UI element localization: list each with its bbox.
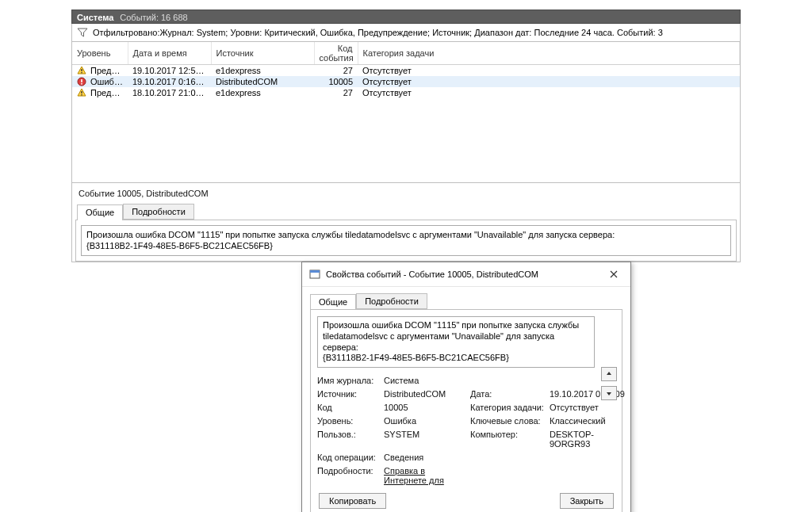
next-event-button[interactable] (601, 386, 617, 400)
val-user: SYSTEM (384, 430, 467, 449)
lbl-opcode: Код операции: (317, 453, 381, 462)
preview-content: Произошла ошибка DCOM "1115" при попытке… (75, 220, 737, 262)
col-date[interactable]: Дата и время (128, 42, 211, 65)
val-log: Система (384, 376, 467, 385)
table-row[interactable]: Предупреж…18.10.2017 21:05:23e1dexpress2… (72, 87, 740, 98)
close-button[interactable]: Закрыть (560, 493, 614, 509)
dialog-message: Произошла ошибка DCOM "1115" при попытке… (317, 316, 595, 368)
preview-tabs: Общие Подробности (72, 204, 740, 220)
val-moreinfo-link[interactable]: Справка в Интернете для (384, 466, 467, 485)
lbl-moreinfo: Подробности: (317, 466, 381, 485)
dialog-message-line1: Произошла ошибка DCOM "1115" при попытке… (323, 320, 589, 353)
dialog-close-button[interactable] (603, 266, 624, 282)
log-title: Система (77, 10, 113, 23)
val-code: 10005 (384, 403, 467, 412)
preview-title: Событие 10005, DistributedCOM (72, 186, 740, 201)
col-level[interactable]: Уровень (72, 42, 128, 65)
lbl-code: Код (317, 403, 381, 412)
svg-rect-4 (81, 83, 82, 85)
event-log-header: Система Событий: 16 688 (71, 10, 741, 24)
dialog-tab-general[interactable]: Общие (310, 294, 356, 310)
val-source: DistributedCOM (384, 389, 467, 399)
tab-general[interactable]: Общие (77, 204, 123, 220)
dialog-tab-details[interactable]: Подробности (356, 293, 427, 309)
preview-message: Произошла ошибка DCOM "1115" при попытке… (81, 225, 731, 256)
col-source[interactable]: Источник (211, 42, 314, 65)
preview-message-line1: Произошла ошибка DCOM "1115" при попытке… (86, 229, 726, 240)
lbl-computer: Компьютер: (470, 430, 546, 449)
lbl-source: Источник: (317, 389, 381, 399)
col-code[interactable]: Код события (314, 42, 358, 65)
filter-summary-bar: Отфильтровано:Журнал: System; Уровни: Кр… (71, 24, 741, 42)
prev-event-button[interactable] (601, 367, 617, 381)
svg-rect-8 (310, 270, 320, 273)
event-preview-pane: Событие 10005, DistributedCOM Общие Подр… (71, 183, 741, 262)
lbl-keywords: Ключевые слова: (470, 416, 546, 426)
val-level: Ошибка (384, 416, 467, 426)
dialog-title-text: Свойства событий - Событие 10005, Distri… (326, 269, 538, 279)
svg-rect-5 (81, 91, 82, 94)
lbl-user: Пользов.: (317, 430, 381, 449)
table-row[interactable]: Ошибка19.10.2017 0:16:09DistributedCOM10… (72, 76, 740, 87)
event-count: Событий: 16 688 (120, 10, 187, 23)
val-computer: DESKTOP-9ORGR93 (550, 430, 626, 449)
lbl-taskcat: Категория задачи: (470, 403, 546, 412)
lbl-log: Имя журнала: (317, 376, 381, 385)
lbl-date: Дата: (470, 389, 546, 399)
svg-rect-1 (81, 72, 82, 73)
tab-details[interactable]: Подробности (123, 204, 194, 220)
svg-rect-3 (81, 79, 82, 82)
dialog-content: Произошла ошибка DCOM "1115" при попытке… (310, 309, 622, 512)
table-header-row[interactable]: Уровень Дата и время Источник Код событи… (72, 42, 740, 65)
lbl-level: Уровень: (317, 416, 381, 426)
event-properties-dialog: Свойства событий - Событие 10005, Distri… (301, 262, 631, 512)
dialog-titlebar[interactable]: Свойства событий - Событие 10005, Distri… (302, 262, 630, 287)
val-opcode: Сведения (384, 453, 467, 462)
events-table[interactable]: Уровень Дата и время Источник Код событи… (71, 42, 741, 183)
dialog-icon (308, 268, 321, 281)
dialog-tabs: Общие Подробности (310, 293, 622, 309)
event-properties-grid: Имя журнала: Система Источник: Distribut… (317, 376, 615, 485)
col-category[interactable]: Категория задачи (358, 42, 740, 65)
val-keywords: Классический (550, 416, 626, 426)
filter-icon (77, 27, 88, 38)
svg-rect-0 (81, 69, 82, 71)
dialog-message-line2: {B31118B2-1F49-48E5-B6F5-BC21CAEC56FB} (323, 353, 589, 364)
val-taskcat: Отсутствует (550, 403, 626, 412)
preview-message-line2: {B31118B2-1F49-48E5-B6F5-BC21CAEC56FB} (86, 240, 726, 251)
copy-button[interactable]: Копировать (319, 493, 386, 509)
svg-rect-6 (81, 94, 82, 95)
table-row[interactable]: Предупреж…19.10.2017 12:59:55e1dexpress2… (72, 65, 740, 77)
filter-text: Отфильтровано:Журнал: System; Уровни: Кр… (93, 28, 663, 37)
